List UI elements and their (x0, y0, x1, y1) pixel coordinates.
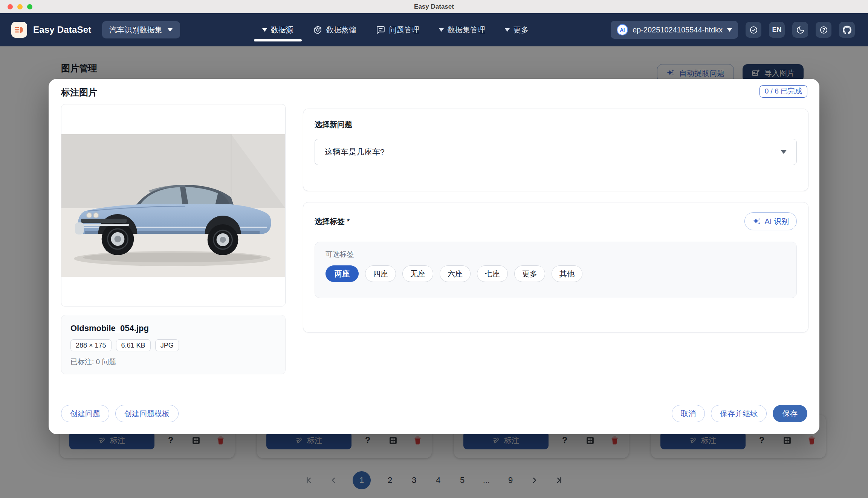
ai-recognize-label: AI 识别 (765, 216, 789, 227)
github-icon (843, 26, 851, 34)
tag-pool-label: 可选标签 (326, 250, 786, 259)
dimensions-badge: 288 × 175 (70, 339, 112, 351)
image-panel: Oldsmobile_054.jpg 288 × 175 6.61 KB JPG… (61, 104, 286, 374)
modal-footer-left: 创建问题 创建问题模板 (61, 405, 179, 422)
nav-item-distillation[interactable]: 数据蒸馏 (312, 13, 357, 46)
tag-chip[interactable]: 两座 (326, 265, 359, 282)
question-icon (819, 26, 828, 34)
tag-chip[interactable]: 七座 (477, 265, 508, 282)
close-button[interactable] (8, 4, 13, 9)
nav-item-more[interactable]: 更多 (504, 13, 529, 46)
tags-section: 选择标签 * AI 识别 可选标签 (303, 202, 808, 333)
theme-toggle-button[interactable] (792, 22, 808, 38)
save-continue-button[interactable]: 保存并继续 (711, 405, 767, 422)
model-selector[interactable]: AI ep-20251024105544-htdkx (611, 21, 738, 39)
tag-pool: 可选标签 两座 四座 无座 六座 七座 更多 其他 (315, 242, 797, 298)
language-button[interactable]: EN (769, 22, 785, 38)
nav-toolbar: AI ep-20251024105544-htdkx EN (611, 21, 855, 39)
file-name: Oldsmobile_054.jpg (70, 323, 276, 333)
nav-item-questions[interactable]: 问题管理 (375, 13, 420, 46)
window-title: Easy Dataset (0, 0, 868, 13)
nav-item-label: 更多 (513, 25, 529, 35)
titlebar: Easy Dataset (0, 0, 868, 13)
nav-active-indicator (254, 39, 302, 41)
tag-chip[interactable]: 六座 (440, 265, 471, 282)
modal-title: 标注图片 (61, 86, 97, 98)
annotate-dialog: 标注图片 0 / 6 已完成 (49, 79, 819, 434)
create-question-button[interactable]: 创建问题 (61, 405, 109, 422)
project-selector[interactable]: 汽车识别数据集 (102, 21, 180, 38)
nav-menu: 数据源 数据蒸馏 问题管理 数据集管理 更多 (180, 13, 611, 46)
package-icon (313, 25, 322, 35)
chevron-down-icon (439, 28, 444, 32)
language-label: EN (772, 26, 781, 34)
sparkles-icon (752, 217, 761, 226)
modal-footer-right: 取消 保存并继续 保存 (672, 405, 807, 422)
question-select[interactable]: 这辆车是几座车? (315, 139, 797, 165)
nav-item-label: 数据蒸馏 (326, 25, 356, 35)
chevron-down-icon (168, 28, 173, 32)
file-info-card: Oldsmobile_054.jpg 288 × 175 6.61 KB JPG… (61, 315, 286, 374)
fullscreen-button[interactable] (27, 4, 32, 9)
annotation-count: 已标注: 0 问题 (70, 357, 276, 367)
github-button[interactable] (839, 22, 855, 38)
size-badge: 6.61 KB (116, 339, 151, 351)
main-navbar: Easy DataSet 汽车识别数据集 数据源 数据蒸馏 问题管理 (0, 13, 868, 46)
tags-label: 选择标签 * (315, 216, 350, 227)
nav-item-label: 问题管理 (389, 25, 419, 35)
chevron-down-icon (727, 28, 732, 32)
nav-item-dataset-mgmt[interactable]: 数据集管理 (438, 13, 486, 46)
brand-title: Easy DataSet (33, 25, 92, 35)
app-window: Easy Dataset Easy DataSet 汽车识别数据集 数据源 (0, 0, 868, 498)
chevron-down-icon (781, 150, 787, 154)
traffic-lights (8, 0, 32, 13)
cancel-button[interactable]: 取消 (672, 405, 705, 422)
task-status-button[interactable] (746, 22, 761, 38)
nav-item-datasource[interactable]: 数据源 (261, 13, 294, 46)
image-preview (61, 104, 286, 306)
chevron-down-icon (505, 28, 510, 32)
model-selector-label: ep-20251024105544-htdkx (633, 26, 723, 34)
tag-chip[interactable]: 无座 (402, 265, 433, 282)
tag-chip[interactable]: 更多 (514, 265, 545, 282)
app-logo-icon (11, 22, 27, 38)
file-badges: 288 × 175 6.61 KB JPG (70, 339, 276, 351)
minimize-button[interactable] (17, 4, 23, 9)
project-selector-label: 汽车识别数据集 (110, 25, 162, 35)
create-template-button[interactable]: 创建问题模板 (115, 405, 179, 422)
help-button[interactable] (816, 22, 831, 38)
question-section: 选择新问题 这辆车是几座车? (303, 109, 808, 191)
tag-chips: 两座 四座 无座 六座 七座 更多 其他 (326, 265, 786, 282)
car-photo (61, 134, 285, 277)
format-badge: JPG (155, 339, 179, 351)
tag-chip[interactable]: 四座 (365, 265, 396, 282)
question-label: 选择新问题 (315, 120, 797, 130)
page-content: 图片管理 自动提取问题 导入图片 (0, 46, 868, 498)
nav-item-label: 数据集管理 (448, 25, 485, 35)
save-button[interactable]: 保存 (773, 405, 807, 422)
moon-icon (796, 26, 805, 34)
chevron-down-icon (262, 28, 267, 32)
nav-item-label: 数据源 (271, 25, 293, 35)
tag-chip[interactable]: 其他 (552, 265, 582, 282)
question-select-value: 这辆车是几座车? (325, 147, 385, 157)
annotation-panel: 选择新问题 这辆车是几座车? 选择标签 * (303, 109, 808, 333)
check-circle-icon (749, 26, 758, 34)
ai-recognize-button[interactable]: AI 识别 (744, 212, 797, 230)
progress-badge: 0 / 6 已完成 (760, 85, 807, 98)
chat-icon (376, 25, 385, 35)
ai-badge-icon: AI (617, 24, 628, 35)
